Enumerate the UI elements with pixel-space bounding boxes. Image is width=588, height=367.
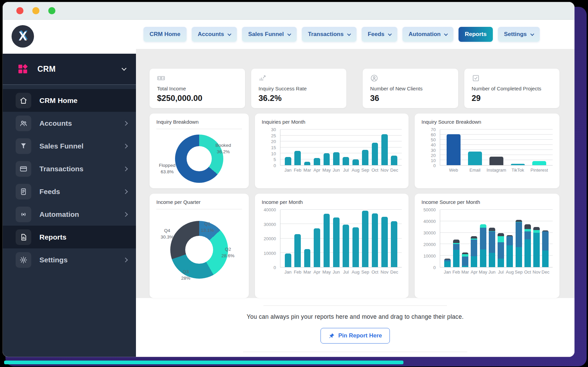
inquiry-source-breakdown-chart: 010203040506070WebEmailInstagramTikTokPi… bbox=[421, 129, 553, 174]
stat-card-new-clients[interactable]: Number of New Clients 36 bbox=[363, 69, 458, 108]
bar-column bbox=[360, 210, 370, 267]
y-tick-label: 30000 bbox=[423, 230, 436, 235]
bar-feb bbox=[294, 151, 301, 165]
inquiry-source-breakdown-card[interactable]: Inquiry Source Breakdown 010203040506070… bbox=[415, 113, 559, 188]
sidebar-item-automation[interactable]: Automation bbox=[3, 203, 136, 226]
sidebar-section-header[interactable]: CRM bbox=[3, 54, 136, 85]
sidebar-item-crm-home[interactable]: CRM Home bbox=[3, 89, 136, 112]
tab-accounts[interactable]: Accounts bbox=[192, 27, 237, 42]
bar-jul bbox=[343, 225, 349, 267]
tab-feeds[interactable]: Feeds bbox=[362, 27, 397, 42]
titlebar bbox=[3, 2, 574, 20]
stat-card-inquiry-success-rate[interactable]: Inquiry Success Rate 36.2% bbox=[251, 69, 347, 108]
bar-segment-blue bbox=[489, 231, 495, 253]
bar-column bbox=[312, 210, 322, 267]
minimize-button[interactable] bbox=[32, 7, 39, 14]
dashboard: Total Income $250,000.00 Inquiry Success… bbox=[136, 49, 574, 298]
x-tick-label: Oct bbox=[370, 168, 380, 173]
tab-transactions[interactable]: Transactions bbox=[302, 27, 357, 42]
bar-column bbox=[302, 210, 312, 267]
bar-column bbox=[523, 210, 532, 267]
chevron-right-icon bbox=[123, 143, 128, 148]
funnel-icon bbox=[16, 138, 31, 154]
y-tick-label: 20 bbox=[431, 153, 436, 158]
sidebar-item-label: Reports bbox=[39, 233, 66, 241]
x-tick-label: Jul bbox=[341, 168, 351, 173]
stat-card-completed-projects[interactable]: Number of Completed Projects 29 bbox=[464, 69, 560, 108]
stacked-bar-dec bbox=[542, 230, 549, 267]
bar-column bbox=[322, 129, 331, 165]
x-tick-label: Apr bbox=[312, 168, 322, 173]
bar-segment-teal bbox=[524, 239, 531, 267]
sidebar-item-label: Automation bbox=[39, 210, 79, 219]
bar-segment-turquoise bbox=[462, 254, 468, 257]
sidebar-item-transactions[interactable]: Transactions bbox=[3, 157, 136, 180]
income-per-month-card[interactable]: Income per Month 010000200003000040000Ja… bbox=[255, 194, 409, 298]
x-tick-label: Aug bbox=[351, 168, 360, 173]
y-tick-label: 50 bbox=[431, 137, 436, 142]
y-tick-label: 40000 bbox=[264, 207, 276, 212]
x-tick-label: Mar bbox=[302, 168, 312, 173]
x-tick-label: Jul bbox=[341, 269, 351, 275]
stat-label: Number of Completed Projects bbox=[472, 86, 552, 91]
close-button[interactable] bbox=[16, 7, 23, 14]
donut-label-flopped: Flopped 63.8% bbox=[159, 162, 176, 175]
bar-column bbox=[351, 129, 360, 165]
chart-title: Income per Month bbox=[262, 199, 402, 205]
bar-sep bbox=[362, 150, 368, 165]
bar-jun bbox=[333, 152, 340, 165]
bar-column bbox=[461, 210, 470, 267]
bar-segment-blue bbox=[498, 242, 504, 259]
x-tick-label: May bbox=[322, 269, 331, 275]
bars bbox=[440, 210, 553, 267]
sidebar-item-accounts[interactable]: Accounts bbox=[3, 112, 136, 135]
bar-column bbox=[532, 210, 541, 267]
zoom-button[interactable] bbox=[48, 7, 55, 14]
inquiries-per-month-card[interactable]: Inquiries per Month 051015202530JanFebMa… bbox=[255, 113, 409, 188]
chevron-down-icon bbox=[347, 32, 351, 36]
sidebar-item-reports[interactable]: Reports bbox=[3, 226, 136, 248]
automation-icon bbox=[16, 207, 31, 222]
donut-wrap: Q1 13.1% Q2 28.6% Q3 28% bbox=[156, 221, 242, 279]
x-tick-label: Aug bbox=[351, 269, 360, 275]
inquiry-breakdown-card[interactable]: Inquiry Breakdown Booked 36.2% Flopped 6… bbox=[150, 113, 249, 188]
y-tick-label: 20 bbox=[271, 139, 276, 144]
stat-card-total-income[interactable]: Total Income $250,000.00 bbox=[150, 69, 245, 108]
bar-column bbox=[470, 210, 479, 267]
tab-automation[interactable]: Automation bbox=[402, 27, 453, 42]
tab-crm-home[interactable]: CRM Home bbox=[143, 27, 187, 42]
tab-settings[interactable]: Settings bbox=[498, 27, 540, 42]
bar-column bbox=[380, 210, 389, 267]
bar-segment-turquoise bbox=[480, 224, 486, 228]
bar-jul bbox=[343, 157, 349, 165]
app-logo[interactable]: X bbox=[12, 25, 34, 48]
bar-aug bbox=[352, 227, 359, 267]
bar-aug bbox=[352, 159, 359, 165]
tab-label: CRM Home bbox=[150, 31, 180, 38]
divider bbox=[243, 352, 467, 352]
bar-dec bbox=[391, 156, 397, 165]
bar-column bbox=[283, 129, 293, 165]
bar-apr bbox=[314, 228, 320, 267]
bars bbox=[280, 210, 402, 267]
bar-column bbox=[341, 210, 351, 267]
income-per-quarter-card[interactable]: Income per Quarter Q1 13.1% Q2 28.6% bbox=[150, 194, 249, 298]
x-tick-label: Mar bbox=[302, 269, 312, 275]
x-tick-label: Jan bbox=[443, 269, 452, 275]
home-icon bbox=[16, 93, 31, 108]
sidebar-item-feeds[interactable]: Feeds bbox=[3, 180, 136, 203]
tab-sales-funnel[interactable]: Sales Funnel bbox=[242, 27, 297, 42]
income-source-per-month-card[interactable]: Income Source per Month 0100002000030000… bbox=[415, 194, 559, 298]
y-tick-label: 70 bbox=[431, 127, 436, 132]
tab-label: Reports bbox=[465, 31, 486, 38]
bar-column bbox=[390, 129, 399, 165]
pin-report-button[interactable]: Pin Report Here bbox=[321, 328, 390, 344]
tab-reports[interactable]: Reports bbox=[459, 27, 492, 42]
y-tick-label: 40000 bbox=[423, 219, 436, 224]
y-axis: 010203040506070 bbox=[421, 129, 440, 165]
sidebar-item-settings[interactable]: Settings bbox=[3, 248, 136, 271]
income-source-per-month-chart: 01000020000300004000050000JanFebMarAprMa… bbox=[421, 210, 553, 276]
sidebar-item-sales-funnel[interactable]: Sales Funnel bbox=[3, 135, 136, 157]
x-tick-label: Dec bbox=[390, 269, 399, 275]
stat-value: $250,000.00 bbox=[157, 93, 238, 103]
